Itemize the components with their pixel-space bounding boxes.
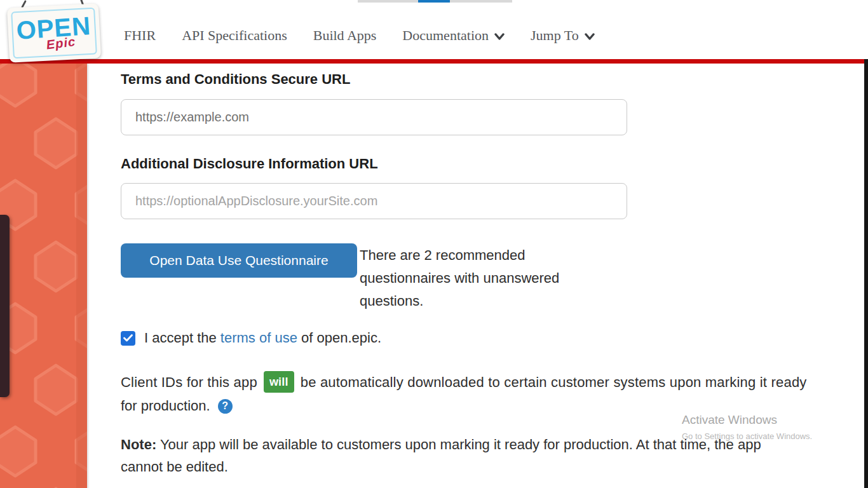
note-line1: Note: Your app will be available to cust… [121,433,761,456]
nav-item-label: Build Apps [313,27,377,44]
logo-sign-border: OPEN Epic [11,8,97,59]
questionnaire-status-text: There are 2 recommended questionnaires w… [360,244,588,313]
accept-terms-checkbox[interactable] [121,331,135,346]
note-line1-text: Your app will be available to customers … [156,437,761,452]
client-ids-line2: for production. ? [121,398,868,414]
sidebar-hexagon-background [0,64,87,488]
side-pull-tab [0,215,10,397]
terms-url-label: Terms and Conditions Secure URL [121,71,350,88]
client-ids-paragraph: Client IDs for this appwillbe automatica… [121,371,868,414]
note-label: Note: [121,437,156,452]
video-progress-fill [418,0,450,3]
accept-text-before: I accept the [144,330,220,346]
terms-url-input[interactable] [121,99,627,135]
open-epic-logo[interactable]: OPEN Epic [5,1,105,64]
nav-item-label: FHIR [124,27,156,44]
help-question-icon[interactable]: ? [218,399,233,414]
top-navbar: FHIR API Specifications Build Apps Docum… [0,0,868,59]
right-edge-strip [864,59,868,488]
note-paragraph: Note: Your app will be available to cust… [121,433,761,478]
red-divider-bar [0,59,865,64]
note-line2: cannot be edited. [121,456,761,478]
sidebar-right-shade [76,64,87,488]
accept-text-after: of open.epic. [297,330,381,346]
disclosure-url-label: Additional Disclosure Information URL [121,156,378,172]
page: FHIR API Specifications Build Apps Docum… [0,0,868,488]
nav-item-label: Jump To [531,27,579,44]
client-ids-line2-text: for production. [121,398,210,414]
disclosure-url-input[interactable] [121,183,627,219]
nav-item-api-specifications[interactable]: API Specifications [182,27,287,44]
chevron-down-icon [494,28,505,44]
client-ids-text-before: Client IDs for this app [121,374,257,390]
sidebar-content-divider [87,64,90,488]
watermark-line1: Activate Windows [682,413,812,427]
client-ids-text-after: be automatically downloaded to certain c… [301,374,807,390]
nav-item-fhir[interactable]: FHIR [124,27,156,44]
client-ids-line1: Client IDs for this appwillbe automatica… [121,371,868,393]
terms-of-use-link[interactable]: terms of use [220,330,297,346]
nav-menu: FHIR API Specifications Build Apps Docum… [124,0,595,59]
accept-terms-row: I accept the terms of use of open.epic. [121,330,381,346]
nav-item-build-apps[interactable]: Build Apps [313,27,377,44]
chevron-down-icon [585,28,595,44]
logo-sign: OPEN Epic [7,3,101,62]
open-questionnaire-button[interactable]: Open Data Use Questionnaire [121,243,357,278]
nav-item-label: Documentation [402,27,489,44]
nav-item-label: API Specifications [182,27,287,44]
video-progress-bar[interactable] [358,0,512,3]
nav-item-documentation[interactable]: Documentation [402,26,505,44]
hexagon-pattern [0,64,87,488]
nav-item-jump-to[interactable]: Jump To [531,26,595,44]
will-badge: will [264,371,294,393]
checkmark-icon [123,334,133,342]
logo-text-epic: Epic [45,34,76,52]
accept-terms-text: I accept the terms of use of open.epic. [144,330,381,346]
